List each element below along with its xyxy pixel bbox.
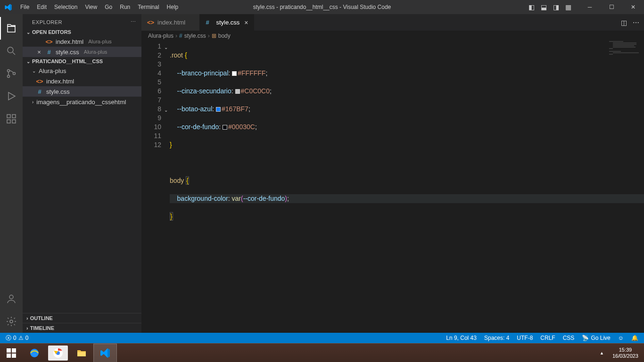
code-content[interactable]: .root { --branco-principal: #FFFFFF; --c…	[170, 41, 644, 333]
code-editor[interactable]: 1⌄ 2 3 4 5 6 7 8⌄ 9 10 11 12 .root { --b…	[141, 41, 644, 333]
fold-icon[interactable]: ⌄	[164, 43, 168, 52]
svg-rect-10	[7, 348, 11, 353]
tray-show-hidden-icon[interactable]: ▲	[600, 351, 604, 355]
svg-point-14	[30, 349, 39, 357]
chevron-down-icon: ⌄	[26, 59, 30, 64]
activity-bar	[0, 14, 23, 333]
color-swatch-icon[interactable]	[223, 125, 227, 130]
extensions-icon[interactable]	[0, 107, 23, 130]
explorer-icon[interactable]	[0, 17, 23, 40]
color-swatch-icon[interactable]	[216, 107, 221, 112]
close-button[interactable]: ✕	[622, 0, 644, 14]
timeline-section[interactable]: › TIMELINE	[23, 323, 141, 333]
maximize-button[interactable]: ☐	[601, 0, 622, 14]
split-editor-icon[interactable]: ◫	[621, 19, 627, 26]
windows-taskbar: ▲ 15:39 16/03/2023	[0, 343, 644, 362]
tab-index-html[interactable]: <> index.html ×	[141, 14, 200, 31]
open-editor-item[interactable]: × # style.css Alura-plus	[23, 47, 141, 57]
svg-rect-5	[7, 120, 10, 123]
breadcrumb[interactable]: Alura-plus › # style.css › ⊞ body	[141, 31, 644, 41]
search-icon[interactable]	[0, 40, 23, 62]
menu-file[interactable]: File	[17, 4, 33, 10]
explorer-more-icon[interactable]: ⋯	[131, 19, 136, 25]
window-title: style.css - praticando__html__css - Visu…	[253, 4, 391, 10]
outline-section[interactable]: › OUTLINE	[23, 313, 141, 323]
svg-rect-12	[7, 354, 11, 358]
menu-edit[interactable]: Edit	[33, 4, 50, 10]
svg-point-1	[8, 70, 10, 72]
minimap[interactable]	[609, 41, 637, 333]
settings-gear-icon[interactable]	[0, 310, 23, 333]
start-button[interactable]	[0, 344, 23, 362]
chevron-right-icon: ›	[26, 315, 28, 321]
chevron-down-icon: ⌄	[26, 30, 30, 35]
fold-icon[interactable]: ⌄	[164, 106, 168, 115]
run-debug-icon[interactable]	[0, 85, 23, 107]
html-file-icon: <>	[45, 38, 53, 45]
chevron-right-icon: ›	[26, 325, 28, 331]
line-gutter: 1⌄ 2 3 4 5 6 7 8⌄ 9 10 11 12	[141, 41, 170, 333]
broadcast-icon: 📡	[582, 335, 589, 341]
status-encoding[interactable]: UTF-8	[515, 335, 535, 341]
toggle-secondary-sidebar-icon[interactable]: ◨	[550, 3, 562, 11]
tree-folder[interactable]: ⌄ Alura-plus	[23, 66, 141, 76]
editor-tabs: <> index.html × # style.css × ◫ ⋯	[141, 14, 644, 31]
status-notifications-icon[interactable]: 🔔	[629, 335, 640, 341]
tree-file[interactable]: <> index.html	[23, 76, 141, 86]
css-file-icon: #	[45, 49, 53, 56]
status-language[interactable]: CSS	[561, 335, 577, 341]
svg-rect-6	[12, 120, 16, 123]
color-swatch-icon[interactable]	[235, 89, 240, 94]
tree-file[interactable]: # style.css	[23, 86, 141, 97]
svg-rect-13	[12, 354, 16, 358]
taskbar-file-explorer-icon[interactable]	[70, 344, 93, 362]
status-golive[interactable]: 📡Go Live	[580, 335, 612, 341]
svg-rect-11	[12, 348, 16, 353]
status-errors[interactable]: ⓧ0 ⚠0	[4, 334, 30, 342]
tab-close-icon[interactable]: ×	[244, 19, 248, 26]
toggle-primary-sidebar-icon[interactable]: ◧	[525, 3, 537, 11]
tab-style-css[interactable]: # style.css ×	[200, 14, 254, 31]
taskbar-ie-icon[interactable]	[23, 344, 46, 362]
svg-point-0	[8, 47, 13, 53]
blank-close-slot	[36, 38, 42, 45]
menu-selection[interactable]: Selection	[50, 4, 81, 10]
tree-folder[interactable]: › imagens__praticando__cssehtml	[23, 97, 141, 107]
open-editor-item[interactable]: <> index.html Alura-plus	[23, 36, 141, 47]
error-icon: ⓧ	[6, 334, 11, 342]
svg-point-8	[9, 295, 13, 299]
html-file-icon: <>	[147, 19, 155, 26]
open-editors-section[interactable]: ⌄ OPEN EDITORS	[23, 28, 141, 36]
svg-rect-4	[7, 115, 10, 118]
status-feedback-icon[interactable]: ☺	[616, 335, 626, 341]
menu-terminal[interactable]: Terminal	[134, 4, 163, 10]
menu-go[interactable]: Go	[101, 4, 116, 10]
html-file-icon: <>	[36, 78, 43, 85]
tray-clock[interactable]: 15:39 16/03/2023	[609, 347, 642, 359]
taskbar-vscode-icon[interactable]	[93, 344, 117, 362]
close-editor-icon[interactable]: ×	[36, 49, 42, 56]
sidebar-explorer: EXPLORER ⋯ ⌄ OPEN EDITORS <> index.html …	[23, 14, 141, 333]
menu-run[interactable]: Run	[116, 4, 134, 10]
status-eol[interactable]: CRLF	[538, 335, 557, 341]
status-cursor-position[interactable]: Ln 9, Col 43	[444, 335, 479, 341]
svg-point-9	[10, 320, 13, 323]
status-bar: ⓧ0 ⚠0 Ln 9, Col 43 Spaces: 4 UTF-8 CRLF …	[0, 333, 644, 343]
warning-icon: ⚠	[18, 335, 24, 341]
menu-help[interactable]: Help	[163, 4, 182, 10]
editor-group: <> index.html × # style.css × ◫ ⋯ Alura-…	[141, 14, 644, 333]
source-control-icon[interactable]	[0, 62, 23, 85]
svg-rect-7	[12, 115, 16, 118]
css-file-icon: #	[36, 88, 43, 95]
taskbar-chrome-icon[interactable]	[48, 346, 68, 361]
more-actions-icon[interactable]: ⋯	[633, 19, 639, 26]
menu-view[interactable]: View	[81, 4, 101, 10]
accounts-icon[interactable]	[0, 288, 23, 310]
status-indentation[interactable]: Spaces: 4	[482, 335, 511, 341]
customize-layout-icon[interactable]: ▦	[562, 3, 574, 11]
color-swatch-icon[interactable]	[232, 71, 237, 76]
minimize-button[interactable]: ─	[579, 0, 601, 14]
workspace-section[interactable]: ⌄ PRATICANDO__HTML__CSS	[23, 57, 141, 66]
toggle-panel-icon[interactable]: ⬓	[537, 3, 550, 11]
symbol-icon: ⊞	[212, 33, 216, 39]
